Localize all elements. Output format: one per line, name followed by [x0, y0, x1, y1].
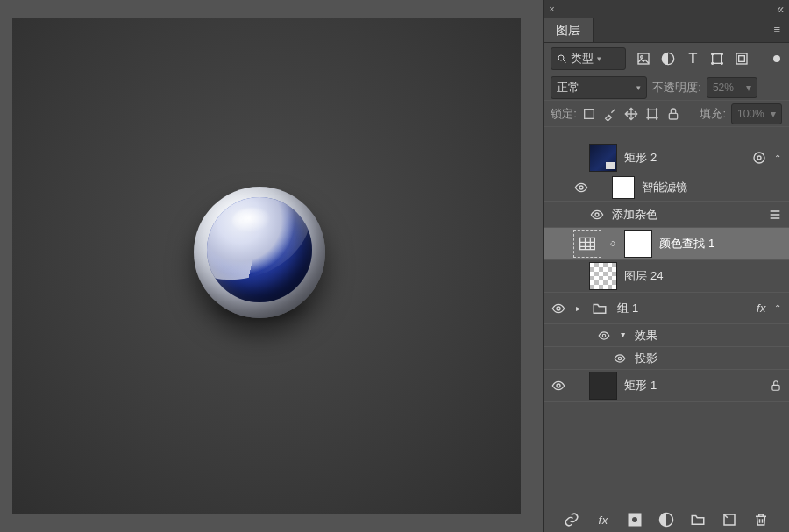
smart-object-icon: [752, 151, 766, 165]
layer-name: 图层 24: [624, 268, 782, 284]
panel-chrome: × «: [544, 0, 789, 18]
layers-list: 矩形 2 ⌃ 智能滤镜 添加杂色: [544, 142, 789, 507]
svg-point-25: [619, 357, 622, 360]
visibility-toggle[interactable]: [551, 236, 566, 252]
svg-rect-14: [669, 113, 677, 119]
fill-input[interactable]: 100% ▾: [731, 103, 782, 124]
lock-artboard-icon[interactable]: [645, 107, 659, 121]
filter-blend-icon[interactable]: [768, 208, 782, 222]
blend-mode-select[interactable]: 正常 ▾: [551, 76, 647, 99]
lock-row: 锁定: 填充: 100% ▾: [544, 101, 789, 127]
visibility-toggle[interactable]: [612, 351, 628, 366]
layer-name: 投影: [635, 351, 782, 366]
adjustment-thumbnail[interactable]: [573, 230, 601, 258]
delete-layer-button[interactable]: [753, 512, 769, 528]
svg-point-29: [631, 516, 638, 523]
svg-point-18: [579, 186, 583, 189]
layer-thumbnail[interactable]: [589, 144, 617, 172]
filter-pixel-icon[interactable]: [635, 50, 652, 67]
svg-point-24: [603, 334, 607, 337]
visibility-toggle[interactable]: [551, 268, 566, 284]
lock-move-icon[interactable]: [624, 107, 638, 121]
artboard: [12, 18, 521, 514]
visibility-toggle[interactable]: [596, 328, 612, 344]
filter-mask-thumbnail[interactable]: [612, 176, 635, 199]
layer-addnoise[interactable]: 添加杂色: [544, 202, 789, 228]
layer-name: 效果: [635, 328, 782, 344]
svg-rect-5: [713, 53, 722, 63]
layers-panel: × « 图层 ≡ 类型 ▾ T: [543, 0, 789, 532]
collapse-toggle[interactable]: ⌃: [773, 303, 782, 313]
opacity-input[interactable]: 52% ▾: [707, 77, 757, 98]
add-mask-button[interactable]: [627, 512, 643, 528]
collapse-toggle[interactable]: ⌃: [773, 153, 782, 163]
filter-adjust-icon[interactable]: [659, 50, 677, 67]
lock-icon: [770, 379, 782, 392]
svg-point-23: [557, 307, 560, 310]
link-layers-button[interactable]: [564, 512, 579, 528]
layer-group1-dropshadow[interactable]: 投影: [544, 347, 789, 370]
svg-point-9: [721, 62, 723, 64]
filter-smart-icon[interactable]: [733, 50, 750, 67]
new-adjustment-button[interactable]: [658, 512, 674, 528]
visibility-toggle[interactable]: [589, 207, 605, 223]
layer-name: 矩形 1: [624, 378, 763, 394]
visibility-toggle[interactable]: [551, 301, 566, 316]
layer-smartfilters[interactable]: 智能滤镜: [544, 174, 789, 202]
mask-link-icon[interactable]: [608, 238, 617, 250]
new-group-button[interactable]: [690, 512, 706, 528]
expand-toggle[interactable]: ▸: [619, 331, 629, 340]
layer-colorlookup[interactable]: 颜色查找 1: [544, 228, 789, 260]
tab-layers[interactable]: 图层: [544, 18, 594, 42]
app-root: × « 图层 ≡ 类型 ▾ T: [0, 0, 789, 532]
folder-icon: [589, 300, 610, 317]
document-canvas[interactable]: [0, 0, 543, 532]
lock-brush-icon[interactable]: [603, 107, 617, 121]
new-layer-button[interactable]: [721, 512, 737, 528]
visibility-toggle[interactable]: [551, 150, 566, 166]
opacity-label: 不透明度:: [652, 80, 701, 96]
panel-options-icon[interactable]: «: [777, 2, 784, 16]
layer-mask-thumbnail[interactable]: [624, 230, 652, 258]
svg-point-7: [721, 53, 723, 54]
layer-filter-icons: T: [635, 50, 750, 67]
expand-toggle[interactable]: ▸: [573, 303, 582, 313]
close-panel-icon[interactable]: ×: [549, 4, 554, 14]
panel-menu-icon[interactable]: ≡: [764, 18, 789, 42]
svg-point-8: [712, 62, 714, 64]
layer-filter-type-select[interactable]: 类型 ▾: [551, 47, 626, 70]
layer-group1-effects[interactable]: ▸ 效果: [544, 324, 789, 347]
layer-filter-type-label: 类型: [571, 51, 594, 67]
chevron-down-icon: ▾: [636, 83, 641, 92]
svg-point-22: [557, 274, 560, 278]
filter-shape-icon[interactable]: [708, 50, 726, 67]
layer-name: 矩形 2: [624, 150, 745, 166]
layer-thumbnail[interactable]: [589, 262, 617, 290]
visibility-toggle[interactable]: [573, 180, 589, 195]
layer-rect2[interactable]: 矩形 2 ⌃: [544, 142, 789, 174]
svg-line-1: [564, 60, 566, 62]
layer-name: 添加杂色: [612, 207, 761, 223]
fx-badge: fx: [757, 301, 766, 315]
lock-pixels-icon[interactable]: [582, 107, 596, 121]
svg-point-19: [595, 213, 599, 216]
svg-point-20: [557, 242, 560, 245]
chevron-down-icon: ▾: [771, 108, 776, 120]
search-icon: [557, 53, 567, 64]
layer-rect1[interactable]: 矩形 1: [544, 370, 789, 402]
lock-icons: [582, 107, 680, 121]
svg-rect-12: [585, 109, 594, 118]
layer-name: 智能滤镜: [642, 180, 782, 195]
svg-point-16: [757, 156, 761, 160]
layer-name: 组 1: [617, 301, 750, 316]
layer-24[interactable]: 图层 24: [544, 260, 789, 293]
layer-group1[interactable]: ▸ 组 1 fx ⌃: [544, 293, 789, 324]
filter-type-icon[interactable]: T: [684, 50, 701, 67]
opacity-value: 52%: [713, 82, 734, 94]
svg-point-3: [641, 55, 643, 58]
visibility-toggle[interactable]: [551, 378, 566, 394]
layer-style-button[interactable]: fx: [595, 512, 611, 528]
lock-all-icon[interactable]: [666, 107, 680, 121]
layer-thumbnail[interactable]: [589, 372, 617, 400]
filter-toggle-icon[interactable]: [773, 55, 780, 62]
